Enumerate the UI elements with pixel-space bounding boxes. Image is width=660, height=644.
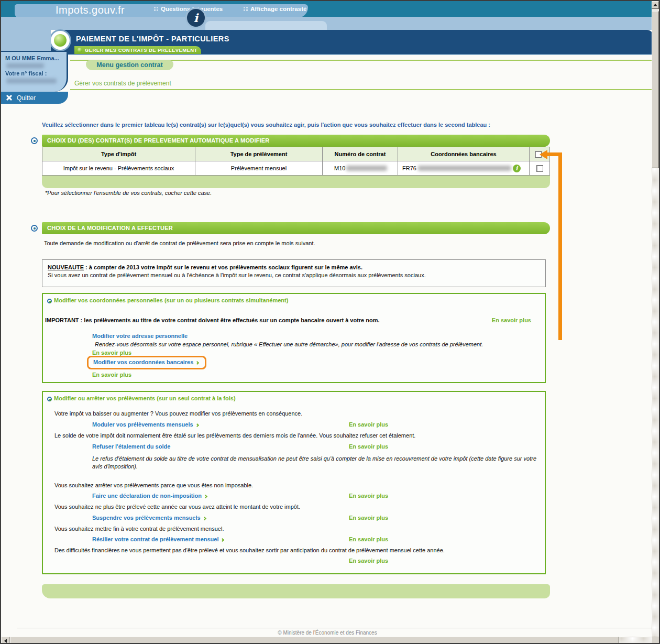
chevron-right-icon <box>204 495 207 498</box>
horizontal-scrollbar[interactable] <box>1 637 654 644</box>
section-bullet-icon <box>31 225 38 232</box>
news-bold: : à compter de 2013 votre impôt sur le r… <box>84 264 362 270</box>
scroll-left-button[interactable] <box>1 637 9 644</box>
news-box: NOUVEAUTE : à compter de 2013 votre impô… <box>42 259 546 287</box>
more-link[interactable]: En savoir plus <box>349 558 388 564</box>
levy-box-title: Modifier ou arrêter vos prélèvements (su… <box>47 395 236 401</box>
user-name: M OU MME Emma... <box>5 55 67 61</box>
declaration-label: Faire une déclaration de non-imposition <box>92 493 202 499</box>
fiscal-number-redacted <box>6 79 57 83</box>
tab-label: GÉRER MES CONTRATS DE PRÉLÈVEMENT <box>85 47 197 53</box>
col-type-impot: Type d'impôt <box>42 147 195 161</box>
target-icon <box>47 299 52 303</box>
levy-item-text: Des difficultés financières ne vous perm… <box>54 547 547 553</box>
personal-box: Modifier vos coordonnées personnelles (s… <box>42 293 546 383</box>
levy-item-text: Vous souhaitez mettre fin à votre contra… <box>54 526 526 532</box>
scrollbar-corner <box>652 637 659 644</box>
more-link[interactable]: En savoir plus <box>92 372 131 378</box>
important-text: IMPORTANT : les prélèvements au titre de… <box>45 317 480 323</box>
annotation-arrow-vertical <box>558 152 562 340</box>
decorative-tab <box>205 21 327 30</box>
target-icon <box>47 397 52 401</box>
row-select-cell <box>530 161 549 175</box>
menu-gestion-contrat-tab[interactable]: Menu gestion contrat <box>86 60 173 70</box>
col-numero-contrat: Numéro de contrat <box>323 147 398 161</box>
iban-redacted <box>418 166 511 171</box>
intro-text: Veuillez sélectionner dans le premier ta… <box>42 122 560 128</box>
personal-box-title: Modifier vos coordonnées personnelles (s… <box>47 297 288 303</box>
scroll-up-button[interactable] <box>652 1 659 9</box>
cell-iban: FR76 i <box>398 161 530 175</box>
suspendre-link[interactable]: Suspendre vos prélèvements mensuels <box>92 515 206 521</box>
tab-gerer-contrats[interactable]: GÉRER MES CONTRATS DE PRÉLÈVEMENT <box>74 46 201 54</box>
more-link[interactable]: En savoir plus <box>349 421 388 428</box>
more-link[interactable]: En savoir plus <box>349 536 388 542</box>
address-note: Rendez-vous désormais sur votre espace p… <box>95 341 551 347</box>
col-coordonnees-bancaires: Coordonnées bancaires <box>398 147 530 161</box>
chevron-right-icon <box>221 538 224 542</box>
more-link[interactable]: En savoir plus <box>349 443 388 450</box>
levy-item-text: Vous souhaitez arrêter vos prélèvements … <box>54 482 526 488</box>
header-blue-band <box>1 17 654 30</box>
resilier-link[interactable]: Résilier votre contrat de prélèvement me… <box>92 536 224 542</box>
select-all-note: *Pour sélectionner l'ensemble de vos con… <box>45 190 212 196</box>
contracts-table: Type d'impôt Type de prélèvement Numéro … <box>42 147 550 176</box>
more-link[interactable]: En savoir plus <box>492 317 531 323</box>
col-type-prelevement: Type de prélèvement <box>195 147 323 161</box>
cell-contract-number: M10 <box>323 161 398 175</box>
refus-note: Le refus d'étalement du solde au titre d… <box>92 455 537 471</box>
breadcrumb: Gérer vos contrats de prélèvement <box>74 80 171 87</box>
levy-box-title-text: Modifier ou arrêter vos prélèvements (su… <box>54 395 236 401</box>
refuser-etalement-link[interactable]: Refuser l'étalement du solde <box>92 443 170 450</box>
modify-bank-details-link[interactable]: Modifier vos coordonnées bancaires <box>93 359 199 365</box>
more-link[interactable]: En savoir plus <box>349 515 388 521</box>
bottom-green-band <box>42 584 550 598</box>
table-header-row: Type d'impôt Type de prélèvement Numéro … <box>42 147 549 161</box>
section-contracts-header: CHOIX DU (DES) CONTRAT(S) DE PRELEVEMENT… <box>42 135 550 147</box>
title-bar: PAIEMENT DE L'IMPÔT - PARTICULIERS GÉRER… <box>51 30 653 54</box>
nav-affichage-contraste[interactable]: Affichage contrasté <box>244 4 306 14</box>
annotation-arrowhead <box>540 150 547 159</box>
info-icon[interactable]: i <box>513 165 521 172</box>
contract-prefix: M10 <box>334 165 345 171</box>
declaration-non-imposition-link[interactable]: Faire une déclaration de non-imposition <box>92 493 207 499</box>
impots-badge-icon: i <box>185 7 206 28</box>
quit-button[interactable]: Quitter <box>1 92 68 104</box>
chevron-right-icon <box>195 423 199 427</box>
row-checkbox[interactable] <box>536 165 543 172</box>
site-logo[interactable]: Impots.gouv.fr <box>56 4 125 16</box>
resilier-label: Résilier votre contrat de prélèvement me… <box>92 536 218 542</box>
news-text: Si vous avez un contrat de prélèvement m… <box>48 271 540 279</box>
moduler-label: Moduler vos prélèvements mensuels <box>92 421 193 428</box>
user-name-redacted <box>6 63 44 68</box>
vertical-scrollbar-thumb[interactable] <box>652 11 659 168</box>
divider <box>68 54 653 55</box>
horizontal-scrollbar-thumb[interactable] <box>10 637 619 644</box>
more-link[interactable]: En savoir plus <box>349 493 388 499</box>
moduler-link[interactable]: Moduler vos prélèvements mensuels <box>92 421 199 428</box>
news-word: NOUVEAUTE <box>48 264 84 270</box>
chevron-right-icon <box>195 361 199 365</box>
user-info-box: M OU MME Emma... Votre n° fiscal : <box>1 51 68 92</box>
section-footer-band <box>42 176 550 188</box>
vertical-scrollbar[interactable] <box>652 1 659 637</box>
dots-icon <box>154 7 158 11</box>
page: Impots.gouv.fr i Questions fréquentes Af… <box>0 0 660 644</box>
levy-item-text: Vous souhaitez ne plus être prélevé cett… <box>54 504 526 510</box>
personal-box-title-text: Modifier vos coordonnées personnelles (s… <box>54 297 288 303</box>
cell-levy-type: Prélèvement mensuel <box>195 161 323 175</box>
more-link[interactable]: En savoir plus <box>92 350 131 356</box>
title-circle-icon <box>51 31 70 50</box>
table-row: Impôt sur le revenu - Prélèvements socia… <box>42 161 549 175</box>
modify-bank-details-label: Modifier vos coordonnées bancaires <box>93 359 193 365</box>
footer-divider <box>17 628 653 628</box>
fiscal-number-label: Votre n° fiscal : <box>5 70 67 77</box>
modify-address-link[interactable]: Modifier votre adresse personnelle <box>92 333 188 339</box>
nav-label: Affichage contrasté <box>250 6 306 12</box>
quit-label: Quitter <box>17 94 36 102</box>
section-modification-header: CHOIX DE LA MODIFICATION A EFFECTUER <box>42 222 550 234</box>
close-icon <box>6 95 12 101</box>
modification-notice: Toute demande de modification ou d'arrêt… <box>44 240 542 246</box>
iban-prefix: FR76 <box>402 165 416 171</box>
section-bullet-icon <box>31 137 38 144</box>
